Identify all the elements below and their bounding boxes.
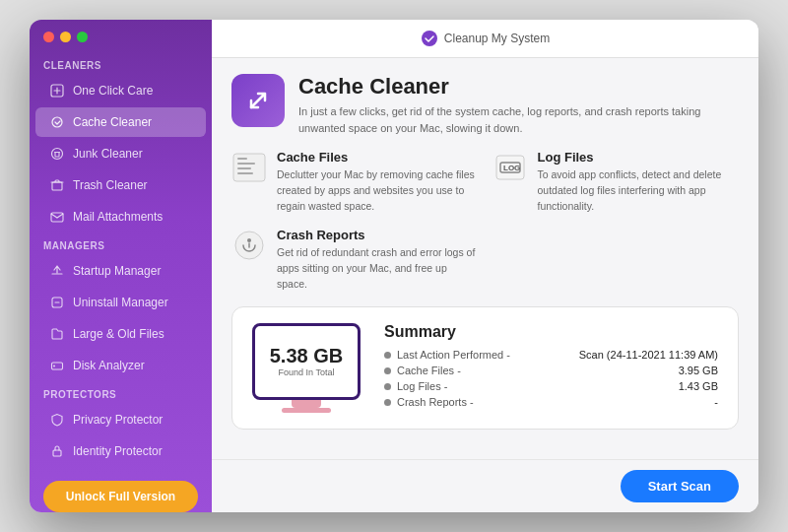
- sidebar-item-junk-cleaner[interactable]: Junk Cleaner: [35, 139, 206, 168]
- sidebar-item-cache-cleaner[interactable]: Cache Cleaner: [35, 107, 206, 137]
- svg-point-19: [247, 238, 251, 242]
- sidebar-item-disk-analyzer[interactable]: Disk Analyzer: [35, 351, 206, 380]
- sidebar-item-label: Junk Cleaner: [73, 147, 143, 161]
- sidebar-bottom: Unlock Full Version: [30, 467, 212, 512]
- app-title: Cleanup My System: [444, 32, 550, 45]
- cleanup-icon: [421, 30, 438, 47]
- sidebar-item-label: Privacy Protector: [73, 413, 163, 427]
- cleaners-section-label: Cleaners: [30, 52, 212, 75]
- summary-card: 5.38 GB Found In Total Summary Last Acti…: [231, 306, 739, 430]
- cache-files-icon: [231, 150, 267, 185]
- unlock-button[interactable]: Unlock Full Version: [43, 481, 198, 512]
- sidebar-item-privacy-protector[interactable]: Privacy Protector: [35, 405, 206, 434]
- crash-reports-icon: [231, 228, 267, 263]
- summary-title: Summary: [384, 323, 718, 341]
- lock-icon: [49, 443, 65, 459]
- svg-rect-3: [52, 182, 62, 190]
- sidebar-item-label: Identity Protector: [73, 444, 163, 458]
- close-button[interactable]: [43, 32, 54, 42]
- row-label-3: Crash Reports -: [397, 396, 708, 408]
- row-value-3: -: [714, 396, 718, 408]
- main-body: Cache Cleaner In just a few clicks, get …: [212, 58, 758, 459]
- row-label-1: Cache Files -: [397, 365, 673, 376]
- sidebar-item-label: Trash Cleaner: [73, 178, 148, 192]
- hero-text: Cache Cleaner In just a few clicks, get …: [298, 74, 712, 136]
- sidebar-item-label: Disk Analyzer: [73, 359, 145, 372]
- shield-icon: [49, 412, 65, 428]
- protectors-section-label: Protectors: [30, 381, 212, 404]
- feature-crash-reports: Crash Reports Get rid of redundant crash…: [231, 228, 479, 292]
- sidebar: Cleaners One Click Care Cache Cleaner: [30, 20, 212, 512]
- feature-log-files-text: Log Files To avoid app conflicts, detect…: [538, 150, 740, 214]
- svg-point-2: [52, 149, 63, 160]
- main-footer: Start Scan: [212, 459, 758, 512]
- sidebar-item-one-click-care[interactable]: One Click Care: [35, 76, 206, 105]
- sidebar-item-label: Mail Attachments: [73, 210, 163, 224]
- sidebar-item-uninstall-manager[interactable]: Uninstall Manager: [35, 288, 206, 317]
- sidebar-item-large-old-files[interactable]: Large & Old Files: [35, 319, 206, 349]
- files-icon: [49, 326, 65, 342]
- hero-description: In just a few clicks, get rid of the sys…: [298, 103, 712, 136]
- feature-title: Cache Files: [277, 150, 479, 165]
- sidebar-item-identity-protector[interactable]: Identity Protector: [35, 436, 206, 466]
- total-label: Found In Total: [279, 367, 335, 377]
- main-content: Cleanup My System Cache Cleaner In just …: [212, 20, 758, 512]
- summary-row-1: Cache Files - 3.95 GB: [384, 365, 718, 376]
- feature-cache-files-text: Cache Files Declutter your Mac by removi…: [277, 150, 479, 214]
- row-value-2: 1.43 GB: [679, 380, 718, 392]
- svg-rect-11: [237, 158, 247, 160]
- main-header: Cleanup My System: [212, 20, 758, 58]
- svg-text:LOG: LOG: [503, 164, 520, 172]
- hero-title: Cache Cleaner: [298, 74, 712, 100]
- svg-point-1: [52, 117, 62, 127]
- svg-point-7: [53, 366, 55, 367]
- dot-1: [384, 367, 391, 374]
- app-window: Cleaners One Click Care Cache Cleaner: [30, 20, 758, 512]
- row-label-2: Log Files -: [397, 380, 673, 392]
- startup-icon: [49, 263, 65, 279]
- sidebar-item-label: Cache Cleaner: [73, 115, 152, 129]
- features-grid: Cache Files Declutter your Mac by removi…: [231, 150, 739, 293]
- monitor-display: 5.38 GB Found In Total: [252, 323, 361, 413]
- log-files-icon: LOG: [492, 150, 528, 185]
- svg-rect-12: [237, 163, 255, 165]
- hero-icon: [231, 74, 285, 127]
- cache-icon: [49, 114, 65, 130]
- feature-description: To avoid app conflicts, detect and delet…: [538, 167, 740, 214]
- mail-icon: [49, 209, 65, 225]
- sidebar-item-label: Startup Manager: [73, 264, 161, 278]
- dot-2: [384, 383, 391, 390]
- svg-rect-14: [237, 172, 253, 174]
- sidebar-item-startup-manager[interactable]: Startup Manager: [35, 256, 206, 286]
- total-size: 5.38 GB: [270, 345, 343, 367]
- star-icon: [49, 83, 65, 99]
- feature-description: Get rid of redundant crash and error log…: [277, 245, 479, 292]
- trash-icon: [49, 177, 65, 193]
- row-value-0: Scan (24-11-2021 11:39 AM): [579, 349, 718, 361]
- window-controls: [30, 20, 212, 52]
- sidebar-item-label: Uninstall Manager: [73, 296, 168, 309]
- hero-section: Cache Cleaner In just a few clicks, get …: [231, 74, 739, 136]
- svg-rect-13: [237, 167, 251, 169]
- sidebar-item-label: One Click Care: [73, 84, 153, 98]
- feature-crash-reports-text: Crash Reports Get rid of redundant crash…: [277, 228, 479, 292]
- maximize-button[interactable]: [77, 32, 88, 42]
- summary-row-0: Last Action Performed - Scan (24-11-2021…: [384, 349, 718, 361]
- sidebar-item-trash-cleaner[interactable]: Trash Cleaner: [35, 170, 206, 200]
- managers-section-label: Managers: [30, 233, 212, 255]
- sidebar-item-mail-attachments[interactable]: Mail Attachments: [35, 202, 206, 232]
- feature-title: Log Files: [538, 150, 740, 165]
- junk-icon: [49, 146, 65, 162]
- feature-description: Declutter your Mac by removing cache fil…: [277, 167, 479, 214]
- feature-cache-files: Cache Files Declutter your Mac by removi…: [231, 150, 479, 214]
- monitor: 5.38 GB Found In Total: [252, 323, 361, 400]
- svg-point-9: [422, 31, 437, 46]
- feature-title: Crash Reports: [277, 228, 479, 242]
- feature-log-files: LOG Log Files To avoid app conflicts, de…: [492, 150, 740, 214]
- summary-row-2: Log Files - 1.43 GB: [384, 380, 718, 392]
- dot-0: [384, 352, 391, 359]
- start-scan-button[interactable]: Start Scan: [621, 470, 739, 502]
- minimize-button[interactable]: [60, 32, 71, 42]
- row-label-0: Last Action Performed -: [397, 349, 573, 361]
- row-value-1: 3.95 GB: [679, 365, 718, 376]
